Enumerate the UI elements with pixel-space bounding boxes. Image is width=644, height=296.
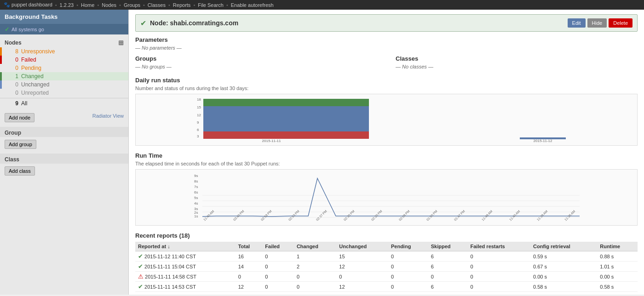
parameters-title: Parameters: [135, 36, 638, 43]
node-row-unreported[interactable]: 0 Unreported: [0, 89, 128, 97]
recent-reports-title: Recent reports (18): [135, 232, 638, 239]
table-row[interactable]: ⚠ 2015-11-11 14:58 CST 0 0 0 0 0 0 0 0.0…: [135, 272, 638, 282]
svg-text:18: 18: [197, 97, 201, 102]
count-unresponsive: 8: [9, 48, 18, 55]
add-node-button[interactable]: Add node: [5, 113, 34, 122]
cell-reported-at[interactable]: ✔ 2015-11-11 15:04 CST: [135, 262, 236, 272]
nav-enable-autorefresh[interactable]: Enable autorefresh: [231, 2, 274, 8]
hide-button[interactable]: Hide: [587, 18, 607, 28]
cell-failed: 0: [262, 251, 294, 262]
cell-failed-restarts: 0: [468, 272, 531, 282]
table-row[interactable]: ✔ 2015-11-11 15:04 CST 14 0 2 12 0 6 0 0…: [135, 262, 638, 272]
add-group-button[interactable]: Add group: [5, 140, 36, 149]
col-skipped[interactable]: Skipped: [428, 242, 468, 251]
cell-reported-at[interactable]: ✔ 2015-11-12 11:40 CST: [135, 251, 236, 262]
svg-text:11:40 AM: 11:40 AM: [509, 210, 521, 222]
main-content: ✔ Node: shabi.comratings.com Edit Hide D…: [129, 10, 644, 295]
bg-tasks-status: ✓ All systems go: [0, 24, 128, 34]
bar-failed: [0, 56, 2, 64]
cell-pending: 0: [388, 262, 428, 272]
cell-failed: 0: [262, 282, 294, 292]
col-unchanged[interactable]: Unchanged: [336, 242, 388, 251]
node-row-pending[interactable]: 0 Pending: [0, 64, 128, 72]
node-row-unchanged[interactable]: 0 Unchanged: [0, 80, 128, 89]
nav-home[interactable]: Home: [81, 2, 94, 8]
nav-file-search[interactable]: File Search: [198, 2, 224, 8]
bar-changed: [0, 72, 2, 80]
cell-pending: 0: [388, 272, 428, 282]
svg-text:01:47 PM: 01:47 PM: [454, 209, 466, 221]
status-ok-icon: ✔: [138, 283, 143, 290]
radiator-view-link[interactable]: Radiator View: [92, 113, 124, 119]
cell-failed: 0: [262, 272, 294, 282]
table-row[interactable]: ✔ 2015-11-12 11:40 CST 16 0 1 15 0 6 0 0…: [135, 251, 638, 262]
run-time-title: Run Time: [135, 152, 638, 159]
cell-changed: 1: [294, 251, 336, 262]
cell-reported-at[interactable]: ✔ 2015-11-11 14:31 CST: [135, 292, 236, 295]
cell-config-retrieval: 0.58 s: [530, 282, 597, 292]
delete-button[interactable]: Delete: [609, 18, 632, 28]
node-row-unresponsive[interactable]: 8 Unresponsive: [0, 47, 128, 56]
col-reported-at[interactable]: Reported at ↓: [135, 242, 236, 251]
svg-text:03:40 PM: 03:40 PM: [233, 209, 245, 221]
cell-changed: 0: [294, 292, 336, 295]
background-tasks-header: Background Tasks: [0, 10, 128, 24]
group-section-label: Group: [0, 127, 128, 137]
node-row-failed[interactable]: 0 Failed: [0, 56, 128, 64]
cell-unchanged: 0: [336, 272, 388, 282]
nav-groups[interactable]: Groups: [124, 2, 140, 8]
cell-changed: 2: [294, 262, 336, 272]
nodes-expand-icon[interactable]: ⊞: [118, 39, 124, 46]
col-config-retrieval[interactable]: Config retrieval: [530, 242, 597, 251]
col-failed-restarts[interactable]: Failed restarts: [468, 242, 531, 251]
cell-unchanged: 12: [336, 282, 388, 292]
cell-pending: 0: [388, 292, 428, 295]
cell-failed: 0: [262, 262, 294, 272]
svg-text:11:40 AM: 11:40 AM: [203, 210, 215, 222]
node-action-buttons: Edit Hide Delete: [568, 18, 632, 28]
run-time-subtitle: The elapsed time in seconds for each of …: [135, 161, 638, 166]
nav-classes[interactable]: Classes: [148, 2, 166, 8]
table-row[interactable]: ✔ 2015-11-11 14:53 CST 12 0 0 12 0 6 0 0…: [135, 282, 638, 292]
groups-column: Groups — No groups —: [135, 55, 377, 72]
nav-nodes[interactable]: Nodes: [102, 2, 116, 8]
label-changed: Changed: [21, 73, 44, 80]
svg-text:6: 6: [197, 128, 199, 132]
cell-config-retrieval: 0.67 s: [530, 262, 597, 272]
col-failed[interactable]: Failed: [262, 242, 294, 251]
col-changed[interactable]: Changed: [294, 242, 336, 251]
cell-reported-at[interactable]: ✔ 2015-11-11 14:53 CST: [135, 282, 236, 292]
cell-failed-restarts: 0: [468, 262, 531, 272]
label-failed: Failed: [21, 57, 36, 63]
count-unchanged: 0: [9, 81, 18, 88]
col-total[interactable]: Total: [236, 242, 263, 251]
groups-classes-row: Groups — No groups — Classes — No classe…: [135, 55, 638, 72]
label-unresponsive: Unresponsive: [21, 48, 55, 55]
class-actions: Add class: [0, 164, 128, 178]
svg-text:2015-11-12: 2015-11-12: [534, 139, 552, 142]
node-row-changed[interactable]: 1 Changed: [0, 72, 128, 80]
svg-text:02:20 PM: 02:20 PM: [371, 209, 383, 221]
reports-table: Reported at ↓ Total Failed Changed Uncha…: [135, 242, 638, 295]
col-runtime[interactable]: Runtime: [597, 242, 638, 251]
count-failed: 0: [9, 57, 18, 63]
edit-button[interactable]: Edit: [568, 18, 586, 28]
svg-text:02:53 PM: 02:53 PM: [288, 209, 300, 221]
cell-total: 14: [236, 262, 263, 272]
svg-text:12: 12: [197, 113, 201, 117]
svg-text:11:35 AM: 11:35 AM: [564, 210, 576, 222]
bar-unchanged: [0, 80, 2, 89]
cell-reported-at[interactable]: ⚠ 2015-11-11 14:58 CST: [135, 272, 236, 282]
node-row-all[interactable]: 9 All: [0, 98, 128, 108]
daily-run-chart: 18 15 12 9 6 3 2015-11-11: [135, 94, 638, 146]
table-row[interactable]: ✔ 2015-11-11 14:31 CST 12 0 0 12 0 6 0 0…: [135, 292, 638, 295]
cell-failed: 0: [262, 292, 294, 295]
cell-runtime: 0.00 s: [597, 272, 638, 282]
add-class-button[interactable]: Add class: [5, 166, 35, 176]
col-pending[interactable]: Pending: [388, 242, 428, 251]
svg-text:7s: 7s: [194, 185, 198, 189]
nav-reports[interactable]: Reports: [173, 2, 191, 8]
reports-count: (18): [179, 232, 190, 239]
class-section-label: Class: [0, 154, 128, 164]
svg-text:3: 3: [197, 134, 199, 138]
